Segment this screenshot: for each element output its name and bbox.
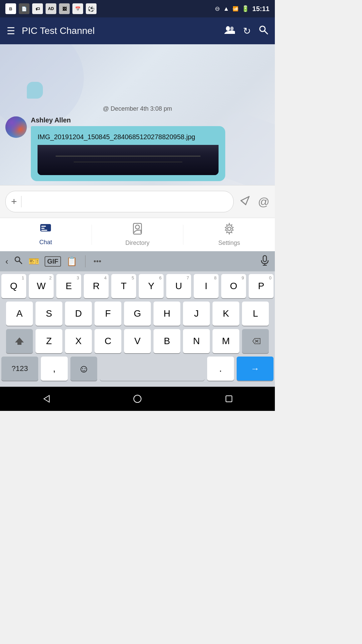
nav-item-settings[interactable]: Settings: [183, 218, 275, 251]
svg-rect-8: [41, 226, 46, 227]
keyboard-more-button[interactable]: •••: [94, 257, 101, 266]
key-x[interactable]: X: [65, 329, 92, 353]
chat-area: @ December 4th 3:08 pm Ashley Allen IMG_…: [0, 44, 275, 185]
key-enter[interactable]: →: [237, 357, 274, 381]
status-bar-left: B 📄 🏷 AD 🖼 📅 ⚽: [5, 3, 97, 14]
key-e[interactable]: 3E: [56, 274, 81, 298]
key-r[interactable]: 4R: [84, 274, 109, 298]
key-q[interactable]: 1Q: [1, 274, 26, 298]
channel-title: PIC Test Channel: [22, 25, 218, 36]
status-bar-right: ⊖ ▲ 📶 🔋 15:11: [215, 5, 269, 13]
key-numbers[interactable]: ?123: [1, 357, 38, 381]
header-actions: ↻: [224, 25, 268, 37]
key-d[interactable]: D: [65, 302, 92, 326]
keyboard-toolbar-left: ‹ 🎫 GIF 📋 •••: [5, 255, 101, 267]
previous-message: [27, 82, 43, 99]
key-backspace[interactable]: [242, 329, 269, 353]
input-area: + @: [0, 185, 275, 218]
preview-line-2: [74, 162, 182, 162]
keyboard-row-4: ?123 , ☺ . →: [1, 357, 274, 381]
key-o[interactable]: 9O: [221, 274, 246, 298]
nav-item-directory[interactable]: Directory: [92, 218, 183, 251]
key-k[interactable]: K: [213, 302, 239, 326]
dnd-icon: ⊖: [215, 5, 220, 12]
keyboard-search-button[interactable]: [14, 256, 23, 267]
android-back-button[interactable]: [38, 391, 54, 407]
key-period[interactable]: .: [207, 357, 234, 381]
key-w[interactable]: 2W: [29, 274, 54, 298]
key-t[interactable]: 5T: [111, 274, 136, 298]
keyboard-back-button[interactable]: ‹: [5, 256, 8, 267]
svg-rect-24: [226, 396, 232, 402]
status-icon-doc: 📄: [19, 3, 29, 14]
message-timestamp: @ December 4th 3:08 pm: [0, 105, 275, 112]
key-c[interactable]: C: [95, 329, 121, 353]
search-icon[interactable]: [259, 25, 268, 37]
key-b[interactable]: B: [154, 329, 180, 353]
key-shift[interactable]: [6, 329, 33, 353]
send-button[interactable]: [239, 195, 251, 209]
key-n[interactable]: N: [183, 329, 210, 353]
keyboard-mic-button[interactable]: [260, 255, 269, 268]
sender-name: Ashley Allen: [31, 116, 269, 124]
nav-item-chat[interactable]: Chat: [0, 218, 92, 251]
key-v[interactable]: V: [124, 329, 151, 353]
svg-rect-9: [41, 228, 45, 229]
key-h[interactable]: H: [154, 302, 180, 326]
svg-line-3: [264, 31, 267, 34]
status-icon-b: B: [5, 3, 16, 14]
svg-line-15: [19, 261, 22, 264]
input-wrapper: +: [5, 191, 234, 212]
preview-line-1: [56, 156, 200, 157]
key-m[interactable]: M: [213, 329, 239, 353]
svg-line-6: [241, 201, 246, 205]
keyboard-sticker-button[interactable]: 🎫: [28, 256, 39, 267]
android-home-button[interactable]: [129, 391, 145, 407]
message-input[interactable]: [21, 197, 228, 206]
key-f[interactable]: F: [95, 302, 121, 326]
key-y[interactable]: 6Y: [139, 274, 164, 298]
status-icon-img: 🖼: [59, 3, 70, 14]
svg-point-13: [228, 227, 231, 230]
key-z[interactable]: Z: [36, 329, 62, 353]
people-icon[interactable]: [224, 25, 235, 37]
key-space[interactable]: [100, 357, 204, 381]
svg-point-0: [226, 26, 230, 31]
message-row: Ashley Allen IMG_20191204_150845_2840685…: [0, 116, 275, 181]
key-emoji[interactable]: ☺: [70, 357, 97, 381]
chat-nav-icon: [40, 223, 52, 237]
add-attachment-button[interactable]: +: [11, 196, 21, 207]
key-comma[interactable]: ,: [41, 357, 68, 381]
menu-icon[interactable]: ☰: [7, 25, 15, 37]
keyboard-toolbar: ‹ 🎫 GIF 📋 •••: [0, 251, 275, 271]
mention-button[interactable]: @: [258, 195, 269, 208]
keyboard-row-3: Z X C V B N M: [1, 329, 274, 353]
refresh-icon[interactable]: ↻: [243, 25, 251, 37]
image-preview[interactable]: [38, 145, 219, 175]
key-j[interactable]: J: [183, 302, 210, 326]
message-bubble[interactable]: IMG_20191204_150845_2840685120278820958.…: [31, 126, 225, 181]
key-l[interactable]: L: [242, 302, 269, 326]
status-icon-ad: AD: [46, 3, 56, 14]
key-u[interactable]: 7U: [166, 274, 191, 298]
android-recent-button[interactable]: [221, 391, 237, 407]
key-i[interactable]: 8I: [194, 274, 219, 298]
key-g[interactable]: G: [124, 302, 151, 326]
svg-point-1: [230, 26, 234, 31]
key-a[interactable]: A: [6, 302, 33, 326]
battery-icon: 🔋: [242, 5, 249, 12]
image-preview-content: [38, 145, 219, 175]
clock: 15:11: [252, 5, 269, 13]
avatar-image: [5, 116, 27, 138]
keyboard-separator: [85, 255, 85, 267]
svg-marker-19: [15, 337, 24, 345]
key-s[interactable]: S: [36, 302, 62, 326]
key-p[interactable]: 0P: [249, 274, 274, 298]
status-icon-soccer: ⚽: [86, 3, 97, 14]
svg-rect-16: [263, 256, 266, 262]
status-icon-tag: 🏷: [32, 3, 43, 14]
keyboard-gif-button[interactable]: GIF: [45, 256, 61, 267]
message-content: Ashley Allen IMG_20191204_150845_2840685…: [31, 116, 269, 181]
signal-icon: 📶: [233, 6, 238, 11]
keyboard-clipboard-button[interactable]: 📋: [66, 256, 77, 267]
